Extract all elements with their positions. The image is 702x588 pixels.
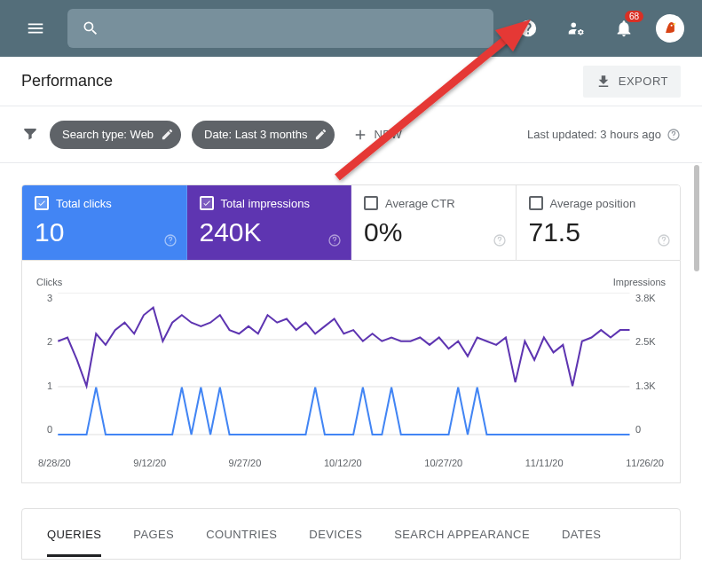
checkbox-unchecked-icon <box>364 196 378 210</box>
pencil-icon <box>314 128 327 141</box>
filter-bar: Search type: Web Date: Last 3 months NEW… <box>0 106 702 163</box>
help-icon <box>518 19 538 38</box>
metric-value: 240K <box>200 217 339 247</box>
plus-icon <box>352 127 368 143</box>
svg-point-6 <box>170 243 170 244</box>
tab-queries[interactable]: QUERIES <box>47 512 101 557</box>
y-right-ticks: 3.8K 2.5K 1.3K 0 <box>635 293 666 435</box>
y-left-ticks: 3 2 1 0 <box>36 293 52 435</box>
filter-icon <box>21 124 39 142</box>
chart-plot[interactable]: 3 2 1 0 3.8K 2.5K 1.3K 0 <box>36 293 666 452</box>
main-content: Total clicks 10 Total impressions 240K A… <box>0 163 702 560</box>
help-outline-icon <box>657 233 671 247</box>
help-button[interactable] <box>512 12 544 44</box>
scrollbar-thumb[interactable] <box>694 165 699 271</box>
search-box[interactable] <box>67 9 493 48</box>
chart-card: Clicks Impressions 3 2 1 0 3.8K 2.5K 1.3… <box>21 261 681 483</box>
chart-left-axis-label: Clicks <box>36 277 62 287</box>
checkbox-checked-icon <box>35 196 49 210</box>
top-right-icons: 68 <box>512 12 684 44</box>
add-filter-button[interactable]: NEW <box>345 121 409 149</box>
scrollbar[interactable] <box>693 165 700 582</box>
tabs-row: QUERIES PAGES COUNTRIES DEVICES SEARCH A… <box>22 509 680 559</box>
svg-point-0 <box>572 23 577 27</box>
metric-label: Total impressions <box>221 197 310 210</box>
filter-button[interactable] <box>21 124 39 145</box>
svg-point-4 <box>673 137 674 137</box>
person-gear-icon <box>566 19 586 38</box>
chart-right-axis-label: Impressions <box>613 277 666 287</box>
last-updated-text: Last updated: 3 hours ago <box>527 128 661 141</box>
checkbox-unchecked-icon <box>529 196 543 210</box>
metric-help[interactable] <box>327 233 342 251</box>
tab-pages[interactable]: PAGES <box>133 512 174 557</box>
chip-search-type-label: Search type: Web <box>62 128 154 141</box>
help-outline-icon <box>163 233 177 247</box>
help-outline-icon <box>493 233 507 247</box>
svg-point-8 <box>334 243 335 244</box>
tabs-card: QUERIES PAGES COUNTRIES DEVICES SEARCH A… <box>21 508 681 560</box>
hamburger-icon <box>26 19 45 38</box>
chip-date[interactable]: Date: Last 3 months <box>192 121 335 149</box>
metric-total-clicks[interactable]: Total clicks 10 <box>22 185 187 260</box>
chip-date-label: Date: Last 3 months <box>204 128 307 141</box>
pencil-icon <box>161 128 174 141</box>
chip-search-type[interactable]: Search type: Web <box>50 121 181 149</box>
new-label: NEW <box>374 128 402 141</box>
notification-badge: 68 <box>625 11 643 22</box>
metric-help[interactable] <box>493 233 507 251</box>
metric-label: Average CTR <box>385 197 455 210</box>
metric-average-ctr[interactable]: Average CTR 0% <box>351 185 517 260</box>
account-avatar[interactable] <box>656 14 684 43</box>
avatar-icon <box>659 17 682 40</box>
metric-help[interactable] <box>657 233 671 251</box>
x-axis-ticks: 8/28/20 9/12/20 9/27/20 10/12/20 10/27/2… <box>36 458 666 468</box>
chart-svg <box>36 293 666 452</box>
metrics-row: Total clicks 10 Total impressions 240K A… <box>21 184 681 261</box>
notifications-button[interactable]: 68 <box>608 12 640 44</box>
svg-point-2 <box>671 25 673 27</box>
page-title: Performance <box>21 72 113 90</box>
metric-help[interactable] <box>163 233 177 251</box>
metric-average-position[interactable]: Average position 71.5 <box>517 185 681 260</box>
tab-search-appearance[interactable]: SEARCH APPEARANCE <box>394 512 530 557</box>
page-header: Performance EXPORT <box>0 57 702 106</box>
metric-total-impressions[interactable]: Total impressions 240K <box>187 185 352 260</box>
help-outline-icon <box>327 233 342 247</box>
tab-countries[interactable]: COUNTRIES <box>206 512 277 557</box>
users-settings-button[interactable] <box>560 12 592 44</box>
search-input[interactable] <box>112 21 479 36</box>
checkbox-checked-icon <box>200 196 214 210</box>
metric-value: 71.5 <box>529 217 668 247</box>
search-icon <box>82 20 99 37</box>
menu-button[interactable] <box>18 11 53 46</box>
metric-value: 0% <box>364 217 503 247</box>
metric-label: Average position <box>550 197 636 210</box>
top-bar: 68 <box>0 0 702 57</box>
help-outline-icon[interactable] <box>667 128 681 142</box>
metric-label: Total clicks <box>56 197 112 210</box>
svg-point-12 <box>663 243 664 244</box>
tab-devices[interactable]: DEVICES <box>309 512 362 557</box>
download-icon <box>596 74 611 90</box>
last-updated: Last updated: 3 hours ago <box>527 128 681 142</box>
tab-dates[interactable]: DATES <box>562 512 601 557</box>
export-label: EXPORT <box>619 74 668 88</box>
svg-point-10 <box>499 243 500 244</box>
export-button[interactable]: EXPORT <box>583 66 681 98</box>
metric-value: 10 <box>35 217 174 247</box>
